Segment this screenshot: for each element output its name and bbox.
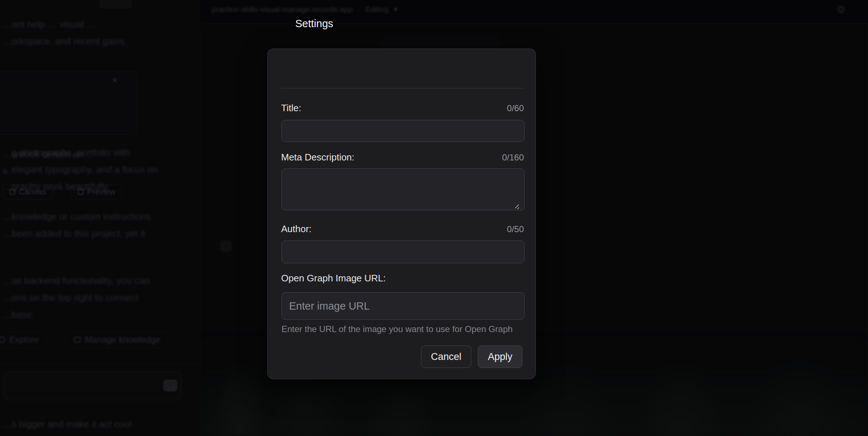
author-input[interactable] (281, 240, 525, 263)
title-counter: 0/60 (507, 103, 524, 113)
cancel-button[interactable]: Cancel (421, 345, 471, 368)
apply-button[interactable]: Apply (478, 345, 522, 368)
meta-description-counter: 0/160 (502, 152, 524, 163)
author-counter: 0/50 (507, 224, 524, 234)
title-label: Title: (281, 102, 301, 114)
og-image-url-label: Open Graph Image URL: (281, 273, 386, 284)
resize-grip-line (517, 207, 519, 209)
og-image-helper-text: Enter the URL of the image you want to u… (281, 324, 513, 334)
resize-handle-icon[interactable] (514, 204, 519, 210)
og-image-url-input[interactable] (281, 292, 525, 320)
author-label: Author: (281, 223, 312, 235)
meta-description-textarea[interactable] (281, 168, 525, 210)
dialog-title: Settings (295, 18, 333, 30)
dialog-divider (281, 88, 525, 88)
settings-dialog: Settings Title: 0/60 Meta Description: 0… (267, 49, 536, 379)
title-input[interactable] (281, 120, 525, 142)
meta-description-label: Meta Description: (281, 152, 354, 163)
